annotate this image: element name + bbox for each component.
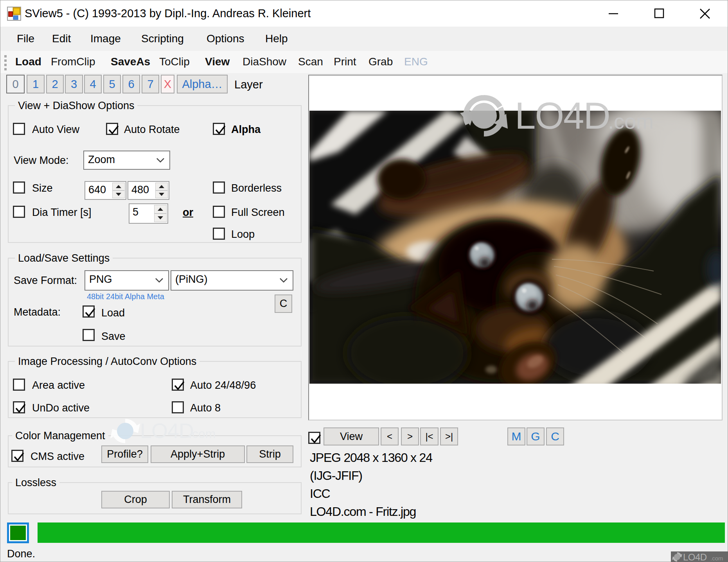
svg-text:LO4D: LO4D [140,419,194,442]
svg-text:LO4D: LO4D [683,552,707,562]
svg-text:.com: .com [189,427,216,441]
svg-text:.com: .com [608,110,654,133]
svg-text:LO4D: LO4D [515,95,610,136]
svg-text:.com: .com [710,555,723,562]
